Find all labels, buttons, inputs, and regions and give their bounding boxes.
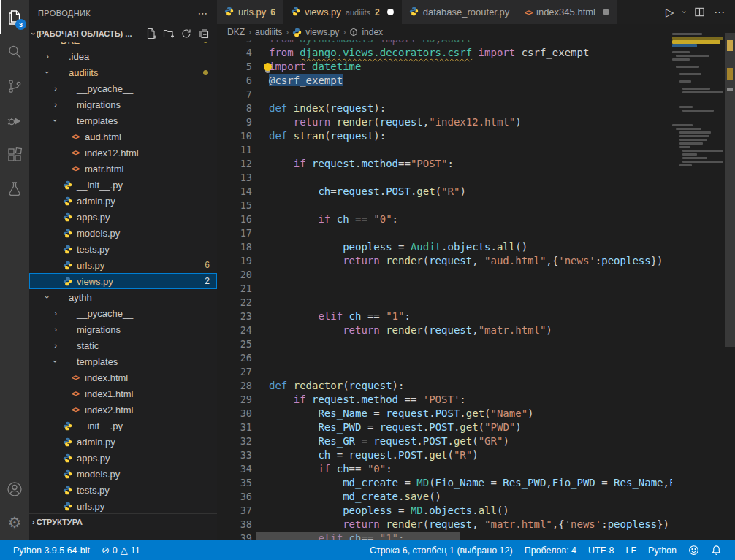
encoding-status[interactable]: UTF-8 (582, 545, 620, 556)
code-line-31[interactable]: 31 Res_PWD = request.POST.get("PWD") (217, 421, 672, 434)
code-line-28[interactable]: 28def redactor(request): (217, 379, 672, 393)
code-line-38[interactable]: 38 return render(request, "matr.html",{'… (217, 518, 672, 532)
code-line-33[interactable]: 33 ch = request.POST.get("R") (217, 448, 672, 462)
code-line-37[interactable]: 37 peopless = MD.objects.all() (217, 504, 672, 518)
dirty-dot-icon[interactable] (387, 9, 394, 15)
code-line-25[interactable]: 25 (217, 337, 672, 351)
code-line-35[interactable]: 35 md_create = MD(Fio_Name = Res_PWD,Fio… (217, 476, 672, 490)
tree-item-matr.html[interactable]: <>matr.html (29, 161, 217, 177)
workspace-section-header[interactable]: › (РАБОЧАЯ ОБЛАСТЬ) ... (29, 26, 217, 42)
tree-item-index2.html[interactable]: <>index2.html (29, 402, 217, 418)
breadcrumb-item-index[interactable]: index (362, 27, 383, 37)
tab-database_roouter.py[interactable]: database_roouter.py (402, 0, 518, 24)
code-line-10[interactable]: 10def stran(request): (217, 129, 672, 143)
scrollbar-thumb[interactable] (725, 33, 735, 347)
language-mode-status[interactable]: Python (642, 545, 682, 556)
dirty-dot-icon[interactable] (603, 9, 609, 15)
explorer-more-actions[interactable]: ⋯ (198, 7, 208, 19)
code-line-9[interactable]: 9 return render(request,"index12.html") (217, 115, 672, 129)
indentation-status[interactable]: Пробелов: 4 (519, 545, 582, 556)
code-line-18[interactable]: 18 peopless = Audit.objects.all() (217, 240, 672, 254)
code-line-26[interactable]: 26 (217, 351, 672, 365)
tree-item-apps.py[interactable]: apps.py (29, 209, 217, 225)
tree-item-static[interactable]: ›static (29, 337, 217, 353)
tab-urls.py[interactable]: urls.py6 (217, 0, 283, 24)
code-line-5[interactable]: 5import datetime (217, 60, 672, 74)
code-line-20[interactable]: 20 (217, 268, 672, 282)
code-line-24[interactable]: 24 return render(request,"matr.html") (217, 323, 672, 337)
tree-item-audiiits[interactable]: ›audiiits (29, 64, 217, 80)
tab-index345.html[interactable]: <>index345.html (517, 0, 617, 24)
horizontal-scrollbar[interactable] (256, 532, 460, 540)
tree-item-aud.html[interactable]: <>aud.html (29, 129, 217, 145)
more-actions-icon[interactable]: ⋯ (714, 6, 725, 19)
settings-gear-icon[interactable]: ⚙ (0, 506, 29, 540)
tree-item-index12.html[interactable]: <>index12.html (29, 145, 217, 161)
tree-item-__init__.py[interactable]: __init__.py (29, 177, 217, 193)
tree-item-aythh[interactable]: ›aythh (29, 289, 217, 305)
python-interpreter-status[interactable]: Python 3.9.5 64-bit (7, 540, 96, 560)
new-file-icon[interactable] (145, 28, 157, 39)
tab-views.py[interactable]: views.pyaudiiits2 (283, 0, 402, 24)
eol-status[interactable]: LF (620, 545, 642, 556)
code-line-27[interactable]: 27 (217, 365, 672, 379)
code-line-15[interactable]: 15 (217, 199, 672, 212)
tree-item-tests.py[interactable]: tests.py (29, 241, 217, 257)
collapse-all-icon[interactable] (198, 28, 210, 39)
code-line-11[interactable]: 11 (217, 143, 672, 157)
breadcrumb-item-viewspy[interactable]: views.py (305, 27, 339, 37)
code-line-21[interactable]: 21 (217, 282, 672, 296)
tree-item-__pycache__[interactable]: ›__pycache__ (29, 305, 217, 321)
code-editor[interactable]: 3from aythh.models import MD,Audit4from … (217, 40, 672, 540)
code-line-22[interactable]: 22 (217, 296, 672, 310)
breadcrumb-item-dkz[interactable]: DKZ (227, 27, 245, 37)
code-line-16[interactable]: 16 if ch == "0": (217, 212, 672, 226)
tree-item-templates[interactable]: ›templates (29, 112, 217, 129)
code-line-7[interactable]: 7 (217, 88, 672, 101)
code-line-29[interactable]: 29 if request.method == 'POST': (217, 393, 672, 407)
new-folder-icon[interactable] (163, 28, 175, 39)
tree-item-__init__.py[interactable]: __init__.py (29, 418, 217, 434)
feedback-smiley-icon[interactable] (682, 545, 705, 556)
code-line-13[interactable]: 13 (217, 171, 672, 185)
tree-item-admin.py[interactable]: admin.py (29, 193, 217, 209)
breadcrumb-item-audiiits[interactable]: audiiits (255, 27, 282, 37)
run-python-file-icon[interactable]: ▷ (666, 6, 674, 19)
code-line-34[interactable]: 34 if ch== "0": (217, 462, 672, 476)
tree-item-urls.py[interactable]: urls.py (29, 498, 217, 514)
run-dropdown-chevron-icon[interactable]: › (680, 11, 688, 13)
code-line-3[interactable]: 3from aythh.models import MD,Audit (217, 40, 672, 46)
tree-item-templates[interactable]: ›templates (29, 353, 217, 369)
code-line-23[interactable]: 23 elif ch == "1": (217, 310, 672, 323)
code-line-32[interactable]: 32 Res_GR = request.POST.get("GR") (217, 434, 672, 448)
tree-item-.idea[interactable]: ›.idea (29, 48, 217, 64)
code-line-19[interactable]: 19 return render(request, "aud.html",{'n… (217, 254, 672, 268)
tree-item-models.py[interactable]: models.py (29, 225, 217, 241)
tree-item-views.py[interactable]: views.py2 (29, 273, 217, 289)
split-editor-icon[interactable] (694, 7, 705, 18)
tree-item-tests.py[interactable]: tests.py (29, 482, 217, 498)
tree-item-__pycache__[interactable]: ›__pycache__ (29, 80, 217, 96)
extensions-icon[interactable] (0, 137, 29, 172)
tree-item-models.py[interactable]: models.py (29, 466, 217, 482)
tree-item-admin.py[interactable]: admin.py (29, 434, 217, 450)
refresh-icon[interactable] (180, 28, 192, 39)
code-line-17[interactable]: 17 (217, 226, 672, 240)
outline-section-header[interactable]: › СТРУКТУРА (29, 513, 217, 529)
overview-ruler-scrollbar[interactable] (725, 24, 735, 540)
code-line-30[interactable]: 30 Res_Name = request.POST.get("Name") (217, 407, 672, 421)
lightbulb-icon[interactable] (264, 63, 272, 71)
search-icon[interactable] (0, 34, 29, 69)
account-icon[interactable] (0, 472, 29, 506)
code-line-8[interactable]: 8def index(request): (217, 101, 672, 115)
minimap[interactable] (672, 33, 725, 540)
tree-item-apps.py[interactable]: apps.py (29, 450, 217, 466)
code-line-14[interactable]: 14 ch=request.POST.get("R") (217, 185, 672, 199)
run-debug-icon[interactable] (0, 103, 29, 137)
code-line-12[interactable]: 12 if request.method=="POST": (217, 157, 672, 171)
cursor-position-status[interactable]: Строка 6, столбец 1 (выбрано 12) (364, 545, 519, 556)
code-line-36[interactable]: 36 md_create.save() (217, 490, 672, 504)
tree-item-index.html[interactable]: <>index.html (29, 369, 217, 386)
source-control-icon[interactable] (0, 69, 29, 103)
explorer-icon[interactable]: 3 (0, 0, 29, 34)
